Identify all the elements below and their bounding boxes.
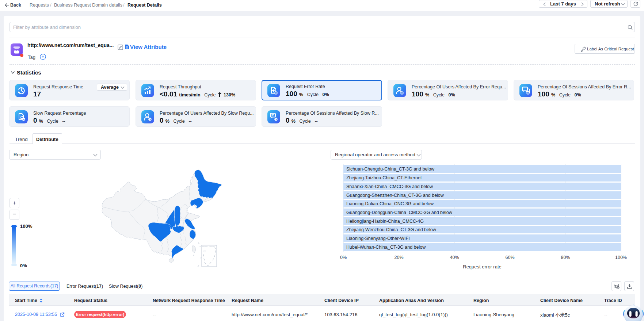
svg-text:%: % [23,118,25,121]
